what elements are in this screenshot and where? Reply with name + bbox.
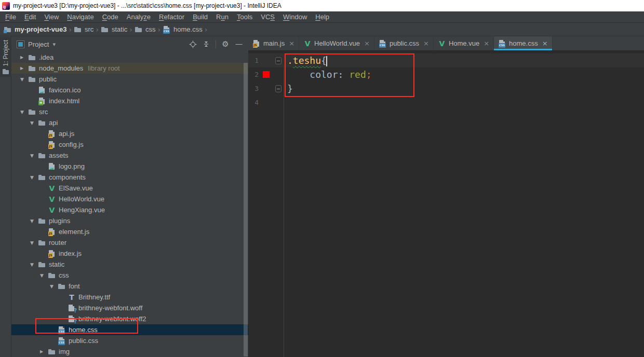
tree-scrollbar-thumb[interactable] xyxy=(244,63,248,356)
folder-icon xyxy=(48,271,56,280)
breadcrumb-item-home.css[interactable]: CSShome.css xyxy=(163,25,203,34)
menu-item-analyze[interactable]: Analyze xyxy=(123,11,155,23)
tree-item-label: Brithney.ttf xyxy=(78,293,110,301)
tree-item-label: config.js xyxy=(59,141,84,148)
folder-icon xyxy=(38,239,46,247)
project-toolbar: ⚙ — xyxy=(189,40,245,48)
tool-window-stripe: 1: Project xyxy=(0,36,11,357)
menu-item-file[interactable]: File xyxy=(1,11,20,23)
menu-item-refactor[interactable]: Refactor xyxy=(155,11,189,23)
tree-item-router[interactable]: ▼router xyxy=(11,237,248,248)
expanded-arrow-icon[interactable]: ▼ xyxy=(30,120,38,126)
breadcrumb-item-static[interactable]: static xyxy=(101,25,127,34)
vue-file-icon: V xyxy=(303,39,312,48)
close-icon[interactable]: × xyxy=(484,39,489,47)
project-tool-folder-icon xyxy=(3,69,9,75)
tree-item-font[interactable]: ▼font xyxy=(11,281,248,292)
close-icon[interactable]: × xyxy=(364,39,370,47)
line-number[interactable]: 2 xyxy=(248,71,259,78)
menu-item-edit[interactable]: Edit xyxy=(20,11,40,23)
menu-item-tools[interactable]: Tools xyxy=(233,11,257,23)
collapsed-arrow-icon[interactable]: ▶ xyxy=(20,55,28,60)
menu-item-vcs[interactable]: VCS xyxy=(257,11,279,23)
fold-start-icon[interactable] xyxy=(275,57,281,64)
project-view-selector[interactable]: Project ▾ xyxy=(17,40,189,48)
hide-panel-icon[interactable]: — xyxy=(235,40,243,48)
tree-item-element.js[interactable]: JSelement.js xyxy=(11,226,248,237)
tab-home.css[interactable]: CSShome.css× xyxy=(494,36,553,50)
tree-item-.idea[interactable]: ▶.idea xyxy=(11,52,248,63)
tab-HelloWorld.vue[interactable]: VHelloWorld.vue× xyxy=(299,36,374,50)
color-swatch-icon[interactable] xyxy=(263,71,270,78)
folder-icon xyxy=(38,173,46,182)
tree-item-label: HengXiang.vue xyxy=(59,206,105,214)
tree-item-node_modules[interactable]: ▶node_moduleslibrary root xyxy=(11,63,248,74)
expanded-arrow-icon[interactable]: ▼ xyxy=(30,218,38,224)
tree-item-api[interactable]: ▼api xyxy=(11,117,248,128)
menu-item-navigate[interactable]: Navigate xyxy=(63,11,98,23)
tree-item-plugins[interactable]: ▼plugins xyxy=(11,215,248,226)
tree-item-label: static xyxy=(49,260,64,268)
tree-item-public[interactable]: ▼public xyxy=(11,74,248,85)
breadcrumb-item-src[interactable]: src xyxy=(74,25,93,34)
tree-item-css[interactable]: ▼css xyxy=(11,270,248,281)
line-number[interactable]: 3 xyxy=(248,85,259,92)
tab-main.js[interactable]: JSmain.js× xyxy=(248,36,299,50)
collapse-all-icon[interactable] xyxy=(202,40,210,48)
expanded-arrow-icon[interactable]: ▼ xyxy=(49,284,58,289)
tree-item-Brithney.ttf[interactable]: TBrithney.ttf xyxy=(11,292,248,303)
close-icon[interactable]: × xyxy=(542,39,548,47)
menu-item-code[interactable]: Code xyxy=(98,11,123,23)
tree-item-label: logo.png xyxy=(59,162,85,170)
tab-Home.vue[interactable]: VHome.vue× xyxy=(434,36,494,50)
expanded-arrow-icon[interactable]: ▼ xyxy=(20,77,28,82)
expanded-arrow-icon[interactable]: ▼ xyxy=(30,262,38,267)
tree-item-config.js[interactable]: JSconfig.js xyxy=(11,139,248,150)
tree-item-api.js[interactable]: JSapi.js xyxy=(11,128,248,139)
tree-item-index.html[interactable]: Hindex.html xyxy=(11,95,248,106)
tab-public.css[interactable]: CSSpublic.css× xyxy=(374,36,434,50)
expanded-arrow-icon[interactable]: ▼ xyxy=(30,175,38,180)
css-file-icon: CSS xyxy=(379,39,387,48)
css-file-icon: CSS xyxy=(498,39,506,48)
tree-item-label: index.js xyxy=(59,250,82,257)
tree-item-src[interactable]: ▼src xyxy=(11,106,248,117)
tree-item-logo.png[interactable]: logo.png xyxy=(11,161,248,172)
tree-item-assets[interactable]: ▼assets xyxy=(11,150,248,161)
line-number[interactable]: 4 xyxy=(248,99,259,106)
menu-item-view[interactable]: View xyxy=(40,11,63,23)
folder-icon xyxy=(48,348,56,356)
tree-item-brithney-webfont.woff[interactable]: ?brithney-webfont.woff xyxy=(11,303,248,313)
settings-gear-icon[interactable]: ⚙ xyxy=(221,40,230,48)
locate-icon[interactable] xyxy=(189,40,197,48)
menu-item-run[interactable]: Run xyxy=(212,11,233,23)
breadcrumb-item-my-project-vue3[interactable]: my-project-vue3 xyxy=(4,25,66,34)
tree-item-img[interactable]: ▶img xyxy=(11,346,248,357)
tree-item-HelloWorld.vue[interactable]: VHelloWorld.vue xyxy=(11,194,248,204)
tree-item-index.js[interactable]: JSindex.js xyxy=(11,248,248,259)
collapsed-arrow-icon[interactable]: ▶ xyxy=(20,66,28,71)
tree-item-public.css[interactable]: CSSpublic.css xyxy=(11,335,248,346)
fold-end-icon[interactable] xyxy=(275,85,281,92)
tree-item-HengXiang.vue[interactable]: VHengXiang.vue xyxy=(11,204,248,215)
code-line[interactable]: 4 xyxy=(248,95,644,109)
menu-item-help[interactable]: Help xyxy=(311,11,333,23)
breadcrumb-item-css[interactable]: css xyxy=(135,25,156,34)
js-file-icon: JS xyxy=(48,141,56,149)
tree-item-ElSave.vue[interactable]: VElSave.vue xyxy=(11,183,248,194)
expanded-arrow-icon[interactable]: ▼ xyxy=(30,240,38,245)
close-icon[interactable]: × xyxy=(423,39,429,47)
expanded-arrow-icon[interactable]: ▼ xyxy=(20,109,28,115)
tree-item-label: HelloWorld.vue xyxy=(59,195,104,203)
line-number[interactable]: 1 xyxy=(248,57,259,64)
expanded-arrow-icon[interactable]: ▼ xyxy=(30,153,38,158)
menu-item-build[interactable]: Build xyxy=(189,11,212,23)
expanded-arrow-icon[interactable]: ▼ xyxy=(39,273,48,278)
tree-item-favicon.ico[interactable]: favicon.ico xyxy=(11,85,248,95)
tool-window-tab-project[interactable]: 1: Project xyxy=(0,37,11,77)
menu-item-window[interactable]: Window xyxy=(279,11,311,23)
tree-item-static[interactable]: ▼static xyxy=(11,259,248,270)
collapsed-arrow-icon[interactable]: ▶ xyxy=(39,349,48,354)
close-icon[interactable]: × xyxy=(289,39,294,47)
tree-item-components[interactable]: ▼components xyxy=(11,172,248,183)
